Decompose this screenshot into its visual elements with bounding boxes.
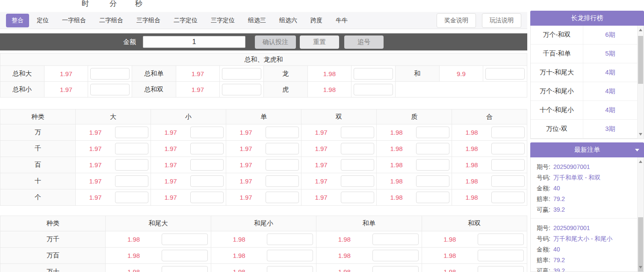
bet-amount-input[interactable] xyxy=(162,266,208,272)
odds-value: 1.97 xyxy=(76,129,115,136)
bet-amount-input[interactable] xyxy=(341,159,374,171)
confirm-bet-button[interactable]: 确认投注 xyxy=(255,35,296,49)
ranking-row[interactable]: 十个-和尾小4期 xyxy=(531,101,637,120)
bet-amount-input[interactable] xyxy=(416,127,449,138)
bet-amount-input[interactable] xyxy=(372,234,419,245)
odds-value: 1.98 xyxy=(377,177,416,185)
bet-amount-input[interactable] xyxy=(162,234,208,245)
bet-amount-input[interactable] xyxy=(222,84,261,95)
chase-number-button[interactable]: 追号 xyxy=(344,35,384,49)
bet-amount-input[interactable] xyxy=(341,127,374,138)
bet-amount-input[interactable] xyxy=(478,266,524,272)
tab-item[interactable]: 组选六 xyxy=(274,14,303,27)
play-rules-button[interactable]: 玩法说明 xyxy=(482,13,521,28)
bet-amount-input[interactable] xyxy=(491,127,525,138)
bet-amount-input[interactable] xyxy=(491,175,525,187)
order-odds-value: 79.2 xyxy=(553,255,565,266)
odds-value: 1.97 xyxy=(226,145,266,152)
ranking-row[interactable]: 万个-和尾小4期 xyxy=(531,82,637,101)
bet-amount-input[interactable] xyxy=(416,175,449,187)
tab-item[interactable]: 跨度 xyxy=(305,14,328,27)
ranking-row[interactable]: 千百-和单5期 xyxy=(531,44,637,63)
bet-amount-input[interactable] xyxy=(90,84,130,95)
bet-amount-input[interactable] xyxy=(267,234,313,245)
bet-amount-input[interactable] xyxy=(266,159,299,171)
bet-amount-input[interactable] xyxy=(267,266,313,272)
bet-amount-input[interactable] xyxy=(416,143,449,154)
tab-item[interactable]: 三字定位 xyxy=(205,14,240,27)
bet-amount-input[interactable] xyxy=(491,159,525,171)
tab-item[interactable]: 组选三 xyxy=(242,14,272,27)
scroll-down-icon[interactable] xyxy=(638,131,644,138)
tab-list: 整合定位一字组合二字组合三字组合二字定位三字定位组选三组选六跨度牛牛 xyxy=(6,14,355,27)
bet-amount-input[interactable] xyxy=(372,266,419,272)
reset-button[interactable]: 重置 xyxy=(300,35,339,49)
chevron-down-icon[interactable] xyxy=(635,149,639,151)
bet-amount-input[interactable] xyxy=(478,234,524,245)
bet-amount-input[interactable] xyxy=(266,127,299,138)
odds-value: 1.97 xyxy=(76,177,115,185)
odds-input-group: 1.98 xyxy=(211,231,316,247)
tab-item[interactable]: 整合 xyxy=(6,14,29,27)
bet-amount-input[interactable] xyxy=(485,68,525,80)
odds-input-group: 1.97 xyxy=(301,124,376,140)
scroll-up-icon[interactable] xyxy=(638,158,644,165)
tab-item[interactable]: 牛牛 xyxy=(330,14,353,27)
second-label: 秒 xyxy=(135,0,142,9)
bet-amount-input[interactable] xyxy=(416,159,449,171)
ranking-row[interactable]: 万位-双3期 xyxy=(531,120,637,139)
dragon-ranking-list: 万个-和双6期千百-和单5期万十-和尾大4期万个-和尾小4期十个-和尾小4期万位… xyxy=(531,26,637,139)
bet-amount-input[interactable] xyxy=(491,143,525,154)
odds-value: 1.98 xyxy=(452,129,491,136)
bet-amount-input[interactable] xyxy=(354,68,393,80)
prize-info-button[interactable]: 奖金说明 xyxy=(437,13,476,28)
tab-item[interactable]: 定位 xyxy=(31,14,54,27)
bet-amount-input[interactable] xyxy=(491,192,525,203)
bet-amount-input[interactable] xyxy=(90,68,130,80)
tab-item[interactable]: 一字组合 xyxy=(56,14,92,27)
bet-amount-input[interactable] xyxy=(115,175,148,187)
ranking-name: 万十-和尾大 xyxy=(531,63,583,82)
bet-amount-input[interactable] xyxy=(115,159,148,171)
odds-input-cell: 1.97 xyxy=(76,173,151,189)
bet-amount-input[interactable] xyxy=(115,192,148,203)
bet-amount-input[interactable] xyxy=(341,143,374,154)
tab-item[interactable]: 三字组合 xyxy=(131,14,166,27)
bet-amount-input[interactable] xyxy=(354,84,393,95)
odds-value: 1.98 xyxy=(307,82,352,98)
amount-input[interactable] xyxy=(143,36,245,48)
bet-row: 百1.971.971.971.971.981.98 xyxy=(0,157,527,173)
bet-amount-input[interactable] xyxy=(162,250,208,261)
order-potential-win-value: 39.2 xyxy=(553,266,565,272)
bet-amount-input[interactable] xyxy=(190,159,224,171)
bet-amount-input[interactable] xyxy=(341,192,374,203)
ranking-row[interactable]: 万十-和尾大4期 xyxy=(531,63,637,82)
odds-input-cell: 1.98 xyxy=(377,157,452,173)
ranking-scrollbar[interactable] xyxy=(637,26,644,139)
bet-amount-input[interactable] xyxy=(478,250,524,261)
bet-amount-input[interactable] xyxy=(267,250,313,261)
bet-amount-input[interactable] xyxy=(266,175,299,187)
odds-value: 1.98 xyxy=(422,252,478,259)
ranking-scrollbar-thumb[interactable] xyxy=(638,36,643,84)
tab-item[interactable]: 二字定位 xyxy=(168,14,203,27)
bet-amount-input[interactable] xyxy=(190,143,224,154)
bet-amount-input[interactable] xyxy=(416,192,449,203)
odds-value: 9.9 xyxy=(439,66,483,82)
bet-amount-input[interactable] xyxy=(190,127,224,138)
ranking-row[interactable]: 万个-和双6期 xyxy=(531,26,637,44)
bet-amount-input[interactable] xyxy=(341,175,374,187)
bet-amount-input[interactable] xyxy=(266,143,299,154)
bet-amount-input[interactable] xyxy=(190,192,224,203)
column-header: 种类 xyxy=(0,109,76,124)
bet-amount-input[interactable] xyxy=(190,175,224,187)
bet-amount-input[interactable] xyxy=(222,68,261,80)
tab-item[interactable]: 二字组合 xyxy=(94,14,129,27)
scroll-up-icon[interactable] xyxy=(638,27,644,33)
scroll-down-icon[interactable] xyxy=(638,264,644,271)
bet-amount-input[interactable] xyxy=(115,143,148,154)
bet-amount-input[interactable] xyxy=(115,127,148,138)
orders-scrollbar[interactable] xyxy=(637,157,644,272)
bet-amount-input[interactable] xyxy=(372,250,419,261)
bet-amount-input[interactable] xyxy=(266,192,299,203)
